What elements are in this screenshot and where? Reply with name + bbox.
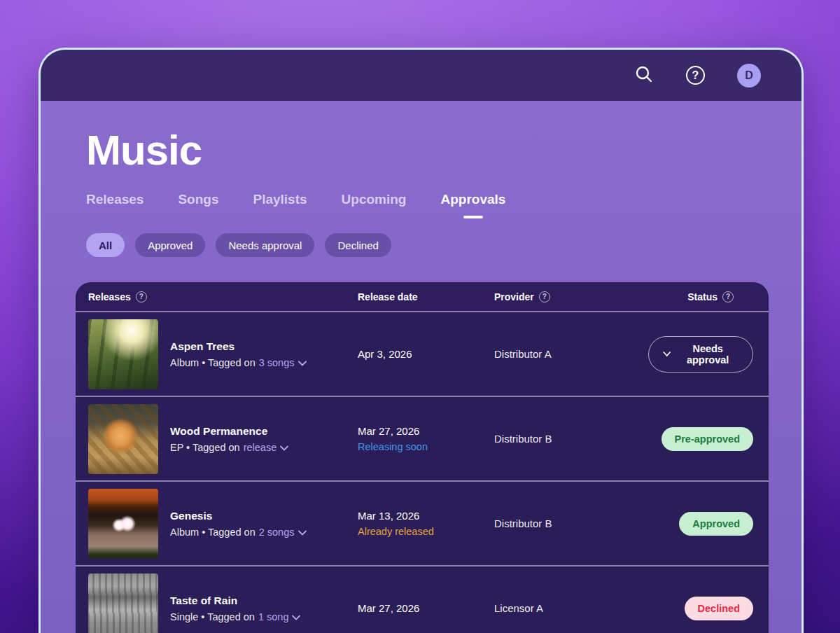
status-badge: Approved [679, 512, 753, 536]
tab-approvals[interactable]: Approvals [440, 192, 505, 218]
tab-bar: Releases Songs Playlists Upcoming Approv… [86, 192, 768, 218]
chevron-down-icon [280, 445, 288, 451]
release-subtitle: EP • Tagged on release [170, 442, 288, 453]
status-cell: Declined [685, 597, 753, 620]
column-header-releases: Releases ? [88, 291, 358, 302]
filter-chip-all[interactable]: All [86, 233, 125, 257]
release-title: Genesis [170, 510, 307, 522]
table-header: Releases ? Release date Provider ? Statu… [76, 282, 769, 311]
status-filter-chips: All Approved Needs approval Declined [86, 233, 768, 257]
release-artwork [88, 404, 158, 474]
release-subtitle: Album • Tagged on 3 songs [170, 357, 307, 368]
approvals-table: Releases ? Release date Provider ? Statu… [76, 282, 769, 633]
top-bar: ? D [41, 50, 802, 101]
table-row: Genesis Album • Tagged on 2 songs Mar 13… [76, 480, 769, 565]
status-badge: Pre-approved [662, 427, 753, 451]
release-artwork [88, 489, 158, 559]
column-header-release-date: Release date [358, 291, 494, 302]
chevron-down-icon [298, 530, 307, 536]
filter-chip-approved[interactable]: Approved [135, 233, 205, 257]
status-badge: Declined [685, 597, 753, 620]
tagged-song-link[interactable]: 1 song [258, 611, 301, 622]
release-cell: Wood Permanence EP • Tagged on release [88, 404, 358, 474]
release-date-cell: Apr 3, 2026 [358, 348, 494, 360]
release-subtitle: Album • Tagged on 2 songs [170, 527, 307, 538]
column-header-provider: Provider ? [494, 291, 648, 302]
tab-songs[interactable]: Songs [178, 192, 218, 218]
release-date: Apr 3, 2026 [358, 348, 494, 360]
provider-help-icon[interactable]: ? [539, 291, 550, 302]
release-date-note: Already released [358, 526, 494, 537]
status-help-icon[interactable]: ? [722, 291, 734, 302]
tab-playlists[interactable]: Playlists [253, 192, 307, 218]
release-date: Mar 27, 2026 [358, 602, 494, 614]
user-avatar[interactable]: D [737, 64, 761, 88]
provider-name: Licensor A [494, 602, 648, 614]
release-type: Single • Tagged on [170, 611, 255, 622]
status-cell: Approved [679, 512, 753, 536]
release-date-cell: Mar 13, 2026 Already released [358, 510, 494, 537]
status-cell: Needs approval [648, 336, 753, 373]
release-type: Album • Tagged on [170, 357, 255, 368]
help-button[interactable]: ? [686, 66, 705, 85]
status-cell: Pre-approved [662, 427, 753, 451]
chevron-down-icon [292, 615, 300, 620]
tagged-release-link[interactable]: release [244, 442, 289, 453]
tab-releases[interactable]: Releases [86, 192, 144, 218]
filter-chip-declined[interactable]: Declined [325, 233, 391, 257]
release-artwork [88, 319, 158, 389]
table-row: Taste of Rain Single • Tagged on 1 song … [76, 565, 769, 633]
search-icon [634, 64, 654, 86]
release-title: Wood Permanence [170, 425, 288, 438]
provider-name: Distributor B [494, 433, 648, 445]
filter-chip-needs-approval[interactable]: Needs approval [216, 233, 314, 257]
release-cell: Taste of Rain Single • Tagged on 1 song [88, 573, 358, 633]
page-title: Music [86, 127, 768, 174]
status-dropdown-button[interactable]: Needs approval [648, 336, 753, 373]
tagged-songs-link[interactable]: 2 songs [259, 527, 307, 538]
column-header-status: Status ? [648, 291, 753, 302]
release-date: Mar 27, 2026 [358, 425, 494, 437]
release-title: Taste of Rain [170, 594, 300, 607]
release-type: EP • Tagged on [170, 442, 240, 453]
release-cell: Genesis Album • Tagged on 2 songs [88, 489, 358, 559]
releases-help-icon[interactable]: ? [136, 291, 147, 302]
tagged-songs-link[interactable]: 3 songs [259, 357, 307, 368]
help-icon: ? [686, 66, 705, 85]
release-cell: Aspen Trees Album • Tagged on 3 songs [88, 319, 358, 389]
release-date-note: Releasing soon [358, 441, 494, 452]
release-subtitle: Single • Tagged on 1 song [170, 611, 300, 622]
search-button[interactable] [634, 64, 654, 86]
release-type: Album • Tagged on [170, 527, 255, 538]
release-date-cell: Mar 27, 2026 Releasing soon [358, 425, 494, 452]
table-row: Aspen Trees Album • Tagged on 3 songs Ap… [76, 311, 769, 396]
tab-upcoming[interactable]: Upcoming [342, 192, 407, 218]
provider-name: Distributor B [494, 517, 648, 529]
provider-name: Distributor A [494, 348, 648, 360]
table-row: Wood Permanence EP • Tagged on release M… [76, 396, 769, 480]
chevron-down-icon [298, 361, 307, 366]
release-title: Aspen Trees [170, 340, 307, 353]
app-window: ? D Music Releases Songs Playlists Upcom… [38, 48, 804, 633]
release-date-cell: Mar 27, 2026 [358, 602, 494, 614]
release-artwork [88, 573, 158, 633]
release-date: Mar 13, 2026 [358, 510, 494, 522]
chevron-down-icon [663, 351, 671, 357]
page-content: Music Releases Songs Playlists Upcoming … [41, 101, 802, 633]
